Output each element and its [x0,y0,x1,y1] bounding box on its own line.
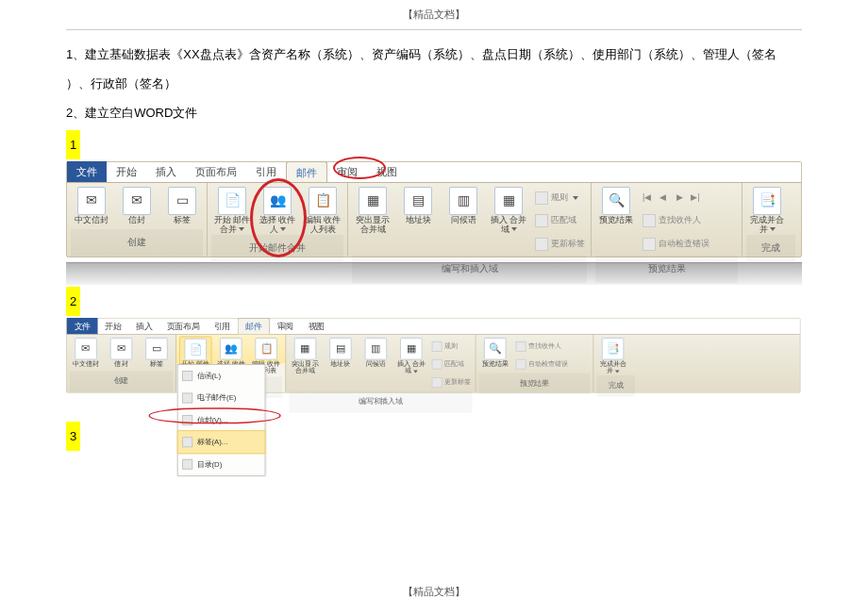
intro-line-1: 1、建立基础数据表《XX盘点表》含资产名称（系统）、资产编码（系统）、盘点日期（… [66,40,802,69]
envelope-icon [182,415,192,425]
tab-view-2[interactable]: 视图 [301,318,332,334]
tab-home[interactable]: 开始 [107,161,146,182]
btn-preview-2[interactable]: 🔍预览结果 [479,336,511,367]
tab-mail-2[interactable]: 邮件 [238,318,270,334]
recipients-icon: 👥 [263,187,292,215]
highlight-icon: ▦ [359,187,387,215]
btn-match-2[interactable]: 匹配域 [430,356,472,373]
btn-envelope-2[interactable]: ✉信封 [105,336,137,367]
rules-icon [535,191,548,205]
page-footer: 【精品文档】 [0,577,868,606]
btn-rules[interactable]: 规则 [533,187,587,209]
insert-field-icon: ▦ [494,187,523,215]
greeting-icon: ▥ [449,187,477,215]
dd-envelope[interactable]: 信封(V)... [178,409,265,431]
letter-icon [182,371,192,381]
group-finish: 完成 [746,235,795,262]
update-icon [535,238,548,251]
btn-envelope[interactable]: ✉信封 [116,185,158,225]
envelope-cn-icon: ✉ [77,187,106,215]
step-3-marker: 3 [66,422,80,451]
btn-select-recipients[interactable]: 👥选择 收件人 [257,185,298,235]
btn-rules-2[interactable]: 规则 [430,338,472,355]
tab-home-2[interactable]: 开始 [98,318,129,334]
btn-greeting[interactable]: ▥问候语 [442,185,484,225]
preview-icon: 🔍 [602,187,630,215]
tab-layout-2[interactable]: 页面布局 [159,318,207,334]
btn-edit-recipients[interactable]: 📋编辑 收件人列表 [302,185,343,235]
group-write: 编写和插入域 [352,256,587,283]
btn-insert-field[interactable]: ▦插入 合并域 [488,185,529,235]
group-create: 创建 [71,229,203,257]
tab-mail[interactable]: 邮件 [286,161,327,182]
tab-insert[interactable]: 插入 [146,161,186,182]
start-merge-icon: 📄 [218,187,246,215]
tab-ref-2[interactable]: 引用 [207,318,238,334]
group-finish-2: 完成 [596,375,635,397]
btn-finish-2[interactable]: 📑完成并合并 [596,336,628,374]
dd-directory[interactable]: 目录(D) [178,453,265,474]
step-1-marker: 1 [66,130,80,159]
btn-address-block[interactable]: ▤地址块 [397,185,439,225]
ribbon-2: 文件 开始 插入 页面布局 引用 邮件 审阅 视图 ✉中文信封 ✉信封 ▭标签 … [66,318,801,393]
btn-auto-check[interactable]: 自动检查错误 [641,233,711,256]
btn-find-2[interactable]: 查找收件人 [514,338,569,355]
check-icon [643,238,656,251]
group-create-2: 创建 [70,371,173,392]
tab-ref[interactable]: 引用 [246,161,286,182]
intro-line-1b: ）、行政部（签名） [66,69,802,98]
btn-cn-envelope[interactable]: ✉中文信封 [71,185,112,225]
tab-insert-2[interactable]: 插入 [128,318,159,334]
tab-view[interactable]: 视图 [367,161,407,182]
find-icon [643,214,656,227]
ribbon-tabs: 文件 开始 插入 页面布局 引用 邮件 审阅 视图 [67,162,801,183]
btn-preview[interactable]: 🔍预览结果 [595,185,637,225]
btn-greeting-2[interactable]: ▥问候语 [359,336,392,367]
label-icon [182,437,192,447]
envelope-icon: ✉ [123,187,151,215]
directory-icon [182,459,192,470]
btn-highlight-fields[interactable]: ▦突出显示 合并域 [352,185,393,235]
btn-find-recipient[interactable]: 查找收件人 [641,209,711,232]
btn-finish-merge[interactable]: 📑完成并合并 [746,185,788,235]
nav-records[interactable]: |◀ ◀ ▶ ▶| [641,187,711,209]
tab-review[interactable]: 审阅 [327,161,367,182]
dd-letter[interactable]: 信函(L) [178,365,265,387]
step-2-marker: 2 [66,287,80,316]
btn-cn-envelope-2[interactable]: ✉中文信封 [70,336,102,367]
btn-update[interactable]: 更新标签 [533,233,587,256]
doc-body: 1、建立基础数据表《XX盘点表》含资产名称（系统）、资产编码（系统）、盘点日期（… [0,40,868,453]
btn-address-2[interactable]: ▤地址块 [325,336,357,367]
btn-highlight-2[interactable]: ▦突出显示 合并域 [289,336,321,374]
tab-layout[interactable]: 页面布局 [186,161,246,182]
btn-update-2[interactable]: 更新标签 [430,373,472,390]
dd-email[interactable]: 电子邮件(E) [178,387,265,408]
intro-line-2: 2、建立空白WORD文件 [66,98,802,127]
btn-check-2[interactable]: 自动检查错误 [514,356,569,373]
btn-start-merge[interactable]: 📄开始 邮件合并 [211,185,253,235]
page-header: 【精品文档】 [66,0,802,30]
tab-file[interactable]: 文件 [67,161,107,182]
group-preview-2: 预览结果 [479,373,591,395]
btn-labels-2[interactable]: ▭标签 [141,336,173,367]
group-write-2: 编写和插入域 [289,391,472,413]
btn-labels[interactable]: ▭标签 [161,185,203,225]
ribbon-1: 文件 开始 插入 页面布局 引用 邮件 审阅 视图 ✉中文信封 ✉信封 ▭标签 … [66,161,802,257]
label-icon: ▭ [168,187,196,215]
dd-label[interactable]: 标签(A)... [177,430,266,454]
group-start-merge: 开始邮件合并 [211,235,343,262]
address-icon: ▤ [404,187,432,215]
finish-icon: 📑 [753,187,781,215]
email-icon [182,392,192,403]
tab-review-2[interactable]: 审阅 [270,318,301,334]
edit-list-icon: 📋 [309,187,337,215]
btn-insert-field-2[interactable]: ▦插入 合并域 [395,336,427,374]
start-merge-dropdown: 信函(L) 电子邮件(E) 信封(V)... 标签(A)... 目录(D) [177,364,266,476]
tab-file-2[interactable]: 文件 [67,318,98,334]
group-preview: 预览结果 [595,256,738,283]
match-icon [535,214,548,227]
btn-match[interactable]: 匹配域 [533,209,587,232]
